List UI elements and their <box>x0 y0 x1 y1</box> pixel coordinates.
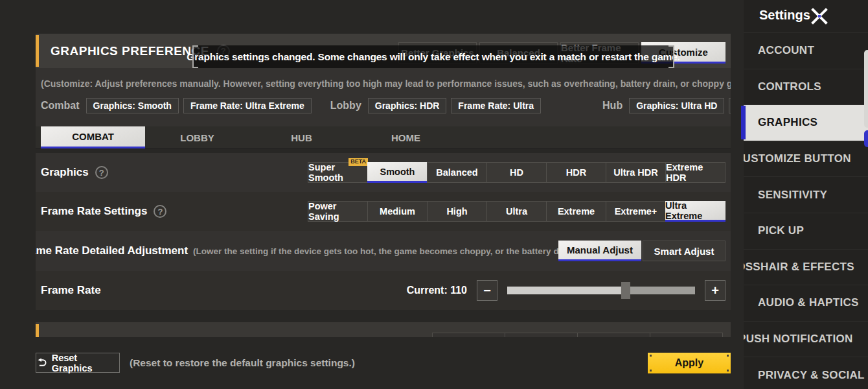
clipped-option <box>432 333 505 337</box>
toast-message: Graphics settings changed. Some changes … <box>192 45 674 68</box>
option-hd[interactable]: HD <box>486 162 547 183</box>
smart-adjust-button[interactable]: Smart Adjust <box>643 241 725 261</box>
sidebar-item-label: CONTROLS <box>758 80 821 93</box>
option-extreme-plus[interactable]: Extreme+ <box>606 201 666 222</box>
hub-graphics-badge: Graphics: Ultra HD <box>629 98 724 113</box>
decrease-button[interactable]: − <box>477 280 497 301</box>
next-section-option-outlines <box>433 333 723 337</box>
graphics-options: Super Smooth BETA Smooth Balanced HD HDR… <box>308 162 725 183</box>
sidebar-item-privacy-social[interactable]: PRIVACY & SOCIAL <box>744 357 868 389</box>
tab-lobby[interactable]: LOBBY <box>145 126 249 148</box>
increase-button[interactable]: + <box>705 280 725 301</box>
close-icon[interactable] <box>810 6 829 26</box>
option-extreme-hdr[interactable]: Extreme HDR <box>665 162 725 183</box>
sidebar-item-crosshair-effects[interactable]: CROSSHAIR & EFFECTS <box>744 249 868 285</box>
sidebar-item-label: ACCOUNT <box>758 44 814 57</box>
customize-note: (Customize: Adjust preferences manually.… <box>41 78 731 89</box>
sidebar-item-label: PRIVACY & SOCIAL <box>758 369 865 382</box>
option-medium[interactable]: Medium <box>367 201 428 222</box>
framerate-label-wrap: Frame Rate Settings ? <box>41 192 166 231</box>
sidebar-item-label: GRAPHICS <box>758 116 817 129</box>
undo-icon <box>36 358 47 368</box>
reset-graphics-button[interactable]: Reset Graphics <box>36 353 120 373</box>
sidebar-item-audio-haptics[interactable]: AUDIO & HAPTICS <box>744 285 868 321</box>
slider-label-wrap: Frame Rate <box>41 271 101 310</box>
preset-summary: Combat Graphics: Smooth Frame Rate: Ultr… <box>41 98 731 113</box>
beta-tag: BETA <box>348 158 368 166</box>
option-balanced[interactable]: Balanced <box>427 162 487 183</box>
sidebar-scrollbar-indicator <box>864 130 868 147</box>
graphics-settings-panel: GRAPHICS PREFERENCE ? Better Graphics Ba… <box>36 34 731 337</box>
adjustment-mode-options: Manual Adjust Smart Adjust <box>558 241 725 261</box>
framerate-label: Frame Rate Settings <box>41 205 147 218</box>
sidebar-item-customize-button[interactable]: CUSTOMIZE BUTTON <box>744 141 868 177</box>
option-extreme[interactable]: Extreme <box>546 201 606 222</box>
sidebar-item-push-notification[interactable]: PUSH NOTIFICATION <box>744 321 868 357</box>
settings-sidebar: Settings ACCOUNT CONTROLS GRAPHICS CUSTO… <box>744 0 868 389</box>
lobby-summary-label: Lobby <box>330 100 361 112</box>
framerate-options: Power Saving Medium High Ultra Extreme E… <box>308 201 725 222</box>
sidebar-item-label: PUSH NOTIFICATION <box>744 333 853 346</box>
sidebar-item-account[interactable]: ACCOUNT <box>744 32 868 69</box>
option-hdr[interactable]: HDR <box>546 162 606 183</box>
clipped-option <box>577 333 650 337</box>
slider-fill <box>507 287 626 294</box>
apply-button[interactable]: Apply <box>648 353 731 373</box>
graphics-label: Graphics <box>41 166 89 179</box>
lobby-graphics-badge: Graphics: HDR <box>368 98 447 113</box>
lobby-framerate-badge: Frame Rate: Ultra <box>451 98 541 113</box>
option-power-saving[interactable]: Power Saving <box>308 201 368 222</box>
option-ultra[interactable]: Ultra <box>486 201 547 222</box>
tab-home[interactable]: HOME <box>354 126 458 148</box>
selected-item-accent-bar <box>741 106 746 139</box>
clipped-option <box>505 333 578 337</box>
scene-tabs: COMBAT LOBBY HUB HOME <box>36 126 731 148</box>
sidebar-item-label: CUSTOMIZE BUTTON <box>744 152 851 165</box>
graphics-help-icon[interactable]: ? <box>95 166 108 179</box>
sidebar-scrollbar-thumb[interactable] <box>864 50 868 128</box>
sidebar-item-label: CROSSHAIR & EFFECTS <box>744 261 854 274</box>
slider-controls: Current: 110 − + <box>407 271 725 310</box>
sidebar-item-graphics[interactable]: GRAPHICS <box>744 104 868 141</box>
option-smooth[interactable]: Smooth <box>367 162 428 183</box>
slider-handle[interactable] <box>621 282 630 299</box>
sidebar-item-pick-up[interactable]: PICK UP <box>744 213 868 249</box>
framerate-slider-row: Frame Rate Current: 110 − + <box>36 271 731 310</box>
manual-adjust-button[interactable]: Manual Adjust <box>558 241 641 261</box>
option-high[interactable]: High <box>427 201 487 222</box>
clipped-option <box>650 333 723 337</box>
reset-graphics-label: Reset Graphics <box>52 353 119 373</box>
combat-graphics-badge: Graphics: Smooth <box>86 98 179 113</box>
slider-label: Frame Rate <box>41 284 101 297</box>
game-settings-screen: GRAPHICS PREFERENCE ? Better Graphics Ba… <box>0 0 868 389</box>
framerate-settings-row: Frame Rate Settings ? Power Saving Mediu… <box>36 192 731 231</box>
detailed-adjustment-text: Frame Rate Detailed Adjustment (Lower th… <box>36 231 633 271</box>
graphics-label-wrap: Graphics ? <box>41 153 108 192</box>
section-accent-bar <box>36 35 39 67</box>
tab-combat[interactable]: COMBAT <box>41 126 145 148</box>
graphics-preference-header: GRAPHICS PREFERENCE ? Better Graphics Ba… <box>36 34 731 68</box>
settings-menu: ACCOUNT CONTROLS GRAPHICS CUSTOMIZE BUTT… <box>744 32 868 389</box>
tab-hub[interactable]: HUB <box>249 126 354 148</box>
sidebar-item-label: AUDIO & HAPTICS <box>758 296 859 309</box>
next-section-accent-bar <box>36 324 39 337</box>
option-super-smooth[interactable]: Super Smooth BETA <box>308 162 368 183</box>
sidebar-item-controls[interactable]: CONTROLS <box>744 69 868 105</box>
current-value-label: Current: 110 <box>407 285 467 296</box>
framerate-slider-track[interactable] <box>507 287 695 294</box>
option-ultra-extreme[interactable]: Ultra Extreme <box>665 201 725 222</box>
detailed-adjustment-label: Frame Rate Detailed Adjustment <box>36 244 188 257</box>
combat-summary-label: Combat <box>41 100 80 112</box>
combat-framerate-badge: Frame Rate: Ultra Extreme <box>183 98 312 113</box>
sidebar-item-label: PICK UP <box>758 224 804 237</box>
hub-framerate-badge: Frame Rate: High <box>729 98 731 113</box>
reset-note: (Reset to restore the default graphics s… <box>130 353 355 373</box>
settings-title: Settings <box>759 8 810 23</box>
next-section-partial <box>36 322 731 337</box>
sidebar-item-label: SENSITIVITY <box>758 189 827 202</box>
section-title: GRAPHICS PREFERENCE <box>51 44 209 58</box>
framerate-help-icon[interactable]: ? <box>154 205 166 218</box>
graphics-quality-row: Graphics ? Super Smooth BETA Smooth Bala… <box>36 153 731 192</box>
sidebar-item-sensitivity[interactable]: SENSITIVITY <box>744 176 868 213</box>
option-ultra-hdr[interactable]: Ultra HDR <box>606 162 666 183</box>
